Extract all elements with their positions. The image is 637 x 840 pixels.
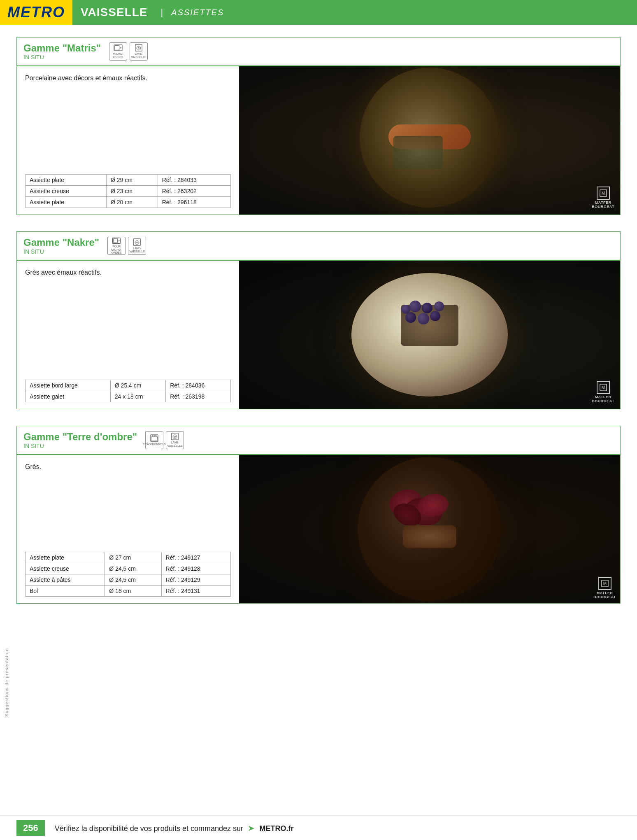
- section-nakre: Gamme "Nakre" IN SITU FOUR MICRO-ONDES: [16, 231, 621, 409]
- section-nakre-table: Assiette bord large Ø 25,4 cm Réf. : 284…: [25, 380, 231, 402]
- page-header: METRO VAISSELLE | ASSIETTES: [0, 0, 637, 25]
- product-size: Ø 23 cm: [106, 186, 158, 197]
- product-size: Ø 24,5 cm: [105, 574, 161, 586]
- section-terre-image: M MATFERBOURGEAT: [239, 455, 620, 603]
- product-name: Assiette plate: [26, 552, 105, 563]
- svg-point-31: [174, 436, 175, 437]
- product-size: Ø 25,4 cm: [110, 380, 165, 391]
- product-size: Ø 18 cm: [105, 586, 161, 597]
- page-footer: 256 Vérifiez la disponibilité de vos pro…: [0, 815, 637, 840]
- svg-point-27: [154, 435, 155, 436]
- section-matris-icons: MICRO-ONDES LAVE-VAISSELLE: [109, 42, 148, 61]
- product-size: Ø 29 cm: [106, 175, 158, 186]
- microwave-label: MICRO-ONDES: [109, 52, 127, 58]
- dishwasher-icon-3: [170, 433, 179, 440]
- section-matris-header: Gamme "Matris" IN SITU MICRO-ONDES: [17, 37, 620, 66]
- microwave-icon: [114, 44, 123, 51]
- product-ref: Réf. : 249128: [161, 563, 230, 574]
- section-nakre-left: Grès avec émaux réactifs. Assiette bord …: [17, 261, 239, 409]
- product-name: Assiette à pâtes: [26, 574, 105, 586]
- product-name: Assiette bord large: [26, 380, 111, 391]
- food-decor-meat: [403, 525, 456, 548]
- product-size: Ø 20 cm: [106, 197, 158, 208]
- oven-label: TRADITIONNELS: [143, 443, 166, 446]
- matfer-icon-2: M: [597, 381, 610, 394]
- table-row: Assiette creuse Ø 23 cm Réf. : 263202: [26, 186, 231, 197]
- dishwasher-icon-2: [133, 238, 142, 246]
- header-subsection: ASSIETTES: [168, 0, 637, 25]
- footer-cta-text: Vérifiez la disponibilité de vos produit…: [55, 823, 621, 833]
- svg-point-26: [152, 435, 153, 436]
- product-ref: Réf. : 263202: [158, 186, 230, 197]
- matfer-svg-1: M: [599, 189, 607, 197]
- svg-text:M: M: [603, 581, 606, 586]
- matfer-text-1: MATFERBOURGEAT: [592, 201, 614, 209]
- dishwasher-icon-box-3: LAVE-VAISSELLE: [166, 431, 184, 449]
- table-row: Assiette plate Ø 27 cm Réf. : 249127: [26, 552, 231, 563]
- microwave-icon-2: [112, 237, 121, 244]
- food-decor-grains: [393, 136, 443, 169]
- product-name: Assiette galet: [26, 391, 111, 402]
- oven-icon: [150, 434, 159, 442]
- product-name: Assiette plate: [26, 197, 107, 208]
- section-matris-left: Porcelaine avec décors et émaux réactifs…: [17, 66, 239, 215]
- section-matris-table: Assiette plate Ø 29 cm Réf. : 284033 Ass…: [25, 174, 231, 208]
- blueberries-container: [401, 301, 451, 334]
- section-matris-body: Porcelaine avec décors et émaux réactifs…: [17, 66, 620, 215]
- product-ref: Réf. : 249129: [161, 574, 230, 586]
- section-nakre-title-block: Gamme "Nakre" IN SITU: [23, 237, 99, 255]
- header-section: VAISSELLE: [72, 0, 156, 25]
- product-ref: Réf. : 249127: [161, 552, 230, 563]
- section-nakre-body: Grès avec émaux réactifs. Assiette bord …: [17, 261, 620, 409]
- svg-text:M: M: [601, 191, 604, 196]
- product-name: Assiette plate: [26, 175, 107, 186]
- table-row: Assiette creuse Ø 24,5 cm Réf. : 249128: [26, 563, 231, 574]
- microwave-label-2: FOUR MICRO-ONDES: [108, 245, 125, 254]
- svg-point-2: [120, 47, 121, 49]
- section-matris-image: M MATFERBOURGEAT: [239, 66, 620, 215]
- header-separator: |: [156, 0, 168, 25]
- section-nakre-subtitle: IN SITU: [23, 248, 99, 255]
- microwave-icon-box: MICRO-ONDES: [109, 42, 127, 61]
- matfer-icon-1: M: [597, 187, 610, 200]
- matfer-svg-2: M: [599, 383, 607, 392]
- dishwasher-label-3: LAVE-VAISSELLE: [166, 441, 184, 447]
- product-name: Assiette creuse: [26, 186, 107, 197]
- dishwasher-label-2: LAVE-VAISSELLE: [128, 247, 146, 253]
- dishwasher-icon-box: LAVE-VAISSELLE: [130, 42, 148, 61]
- svg-point-14: [119, 240, 120, 241]
- footer-arrow-icon: ➤: [248, 824, 257, 833]
- product-ref: Réf. : 249131: [161, 586, 230, 597]
- product-ref: Réf. : 296118: [158, 197, 230, 208]
- product-name: Assiette creuse: [26, 563, 105, 574]
- table-row: Assiette plate Ø 29 cm Réf. : 284033: [26, 175, 231, 186]
- svg-rect-1: [115, 46, 119, 50]
- footer-url: METRO.fr: [260, 824, 294, 833]
- section-matris-subtitle: IN SITU: [23, 54, 101, 61]
- section-terre-header: Gamme "Terre d'ombre" IN SITU TRADITIONN…: [17, 426, 620, 455]
- svg-rect-25: [151, 437, 158, 441]
- dishwasher-label: LAVE-VAISSELLE: [130, 52, 147, 58]
- food-photo-matris: M MATFERBOURGEAT: [239, 66, 620, 215]
- table-row: Assiette galet 24 x 18 cm Réf. : 263198: [26, 391, 231, 402]
- page-number: 256: [16, 820, 45, 836]
- section-nakre-header: Gamme "Nakre" IN SITU FOUR MICRO-ONDES: [17, 232, 620, 261]
- table-row: Assiette bord large Ø 25,4 cm Réf. : 284…: [26, 380, 231, 391]
- section-matris: Gamme "Matris" IN SITU MICRO-ONDES: [16, 37, 621, 215]
- food-photo-nakre: M MATFERBOURGEAT: [239, 261, 620, 409]
- product-size: Ø 24,5 cm: [105, 563, 161, 574]
- product-ref: Réf. : 263198: [166, 391, 231, 402]
- product-ref: Réf. : 284036: [166, 380, 231, 391]
- svg-point-5: [138, 47, 139, 49]
- section-matris-title-block: Gamme "Matris" IN SITU: [23, 42, 101, 61]
- section-terre-table: Assiette plate Ø 27 cm Réf. : 249127 Ass…: [25, 552, 231, 597]
- microwave-icon-box-2: FOUR MICRO-ONDES: [107, 237, 126, 255]
- product-name: Bol: [26, 586, 105, 597]
- product-size: Ø 27 cm: [105, 552, 161, 563]
- section-terre-title-block: Gamme "Terre d'ombre" IN SITU: [23, 431, 137, 449]
- section-terre-icons: TRADITIONNELS LAVE-VAISSELLE: [145, 431, 184, 449]
- matfer-logo-3: M MATFERBOURGEAT: [593, 577, 616, 599]
- section-nakre-image: M MATFERBOURGEAT: [239, 261, 620, 409]
- table-row: Assiette à pâtes Ø 24,5 cm Réf. : 249129: [26, 574, 231, 586]
- section-nakre-title: Gamme "Nakre": [23, 237, 99, 248]
